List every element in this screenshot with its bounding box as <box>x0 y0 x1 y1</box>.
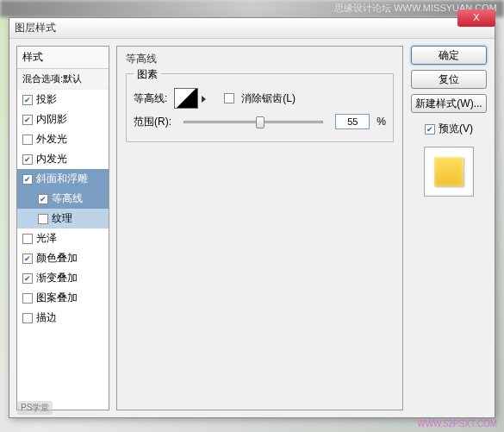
sidebar-item-label: 等高线 <box>52 191 83 206</box>
ok-button[interactable]: 确定 <box>411 46 487 65</box>
dialog-title: 图层样式 <box>15 21 56 35</box>
antialias-label: 消除锯齿(L) <box>241 91 296 106</box>
titlebar[interactable]: 图层样式 X <box>9 18 495 39</box>
group-title: 图素 <box>134 67 161 82</box>
styles-sidebar: 样式 混合选项:默认 投影内阴影外发光内发光斜面和浮雕等高线纹理光泽颜色叠加渐变… <box>16 46 109 410</box>
sidebar-item-label: 斜面和浮雕 <box>36 172 88 186</box>
sidebar-item-1[interactable]: 内阴影 <box>17 110 109 129</box>
sidebar-checkbox-3[interactable] <box>22 154 33 165</box>
sidebar-checkbox-8[interactable] <box>22 254 33 264</box>
range-input[interactable] <box>335 114 370 129</box>
watermark-br: WWW.52PSXT.COM <box>417 419 497 429</box>
sidebar-item-label: 光泽 <box>36 231 57 246</box>
sidebar-checkbox-6[interactable] <box>38 214 48 224</box>
sidebar-checkbox-9[interactable] <box>22 273 33 284</box>
watermark-bl: PS学堂 <box>17 401 53 415</box>
sidebar-checkbox-2[interactable] <box>22 135 33 145</box>
sidebar-item-label: 投影 <box>36 92 57 107</box>
right-column: 确定 复位 新建样式(W)... 预览(V) <box>410 46 488 410</box>
close-button[interactable]: X <box>457 9 495 27</box>
sidebar-checkbox-10[interactable] <box>22 293 33 304</box>
sidebar-checkbox-5[interactable] <box>38 194 48 204</box>
sidebar-item-4[interactable]: 斜面和浮雕 <box>17 169 109 189</box>
sidebar-item-label: 外发光 <box>36 132 67 147</box>
contour-label: 等高线: <box>134 91 167 106</box>
sidebar-item-3[interactable]: 内发光 <box>17 149 109 169</box>
sidebar-item-label: 纹理 <box>52 211 72 226</box>
sidebar-subheader[interactable]: 混合选项:默认 <box>17 69 109 90</box>
sidebar-item-label: 颜色叠加 <box>36 251 78 266</box>
preview-box <box>424 147 474 197</box>
sidebar-item-2[interactable]: 外发光 <box>17 129 109 149</box>
sidebar-checkbox-4[interactable] <box>22 174 33 185</box>
sidebar-checkbox-7[interactable] <box>22 234 33 244</box>
sidebar-item-6[interactable]: 纹理 <box>17 209 109 229</box>
range-unit: % <box>376 116 386 128</box>
sidebar-item-label: 渐变叠加 <box>36 271 78 285</box>
section-title: 等高线 <box>126 52 394 66</box>
sidebar-checkbox-1[interactable] <box>22 115 33 125</box>
preview-checkbox[interactable] <box>425 124 435 135</box>
elements-group: 图素 等高线: 消除锯齿(L) 范围(R): % <box>126 73 394 142</box>
sidebar-item-8[interactable]: 颜色叠加 <box>17 248 109 268</box>
sidebar-item-11[interactable]: 描边 <box>17 308 109 328</box>
sidebar-header[interactable]: 样式 <box>17 47 109 69</box>
sidebar-checkbox-0[interactable] <box>22 95 33 105</box>
sidebar-item-9[interactable]: 渐变叠加 <box>17 268 109 288</box>
range-label: 范围(R): <box>134 115 171 129</box>
preview-swatch <box>434 157 464 186</box>
sidebar-item-label: 内发光 <box>36 152 67 166</box>
sidebar-item-0[interactable]: 投影 <box>17 90 109 110</box>
contour-picker[interactable] <box>174 88 198 109</box>
sidebar-item-10[interactable]: 图案叠加 <box>17 288 109 308</box>
new-style-button[interactable]: 新建样式(W)... <box>411 94 487 113</box>
preview-label: 预览(V) <box>439 122 473 136</box>
sidebar-item-label: 图案叠加 <box>36 291 78 305</box>
sidebar-item-label: 描边 <box>36 310 57 325</box>
reset-button[interactable]: 复位 <box>411 70 487 89</box>
sidebar-item-label: 内阴影 <box>36 112 67 127</box>
sidebar-item-5[interactable]: 等高线 <box>17 189 109 209</box>
range-slider[interactable] <box>184 121 323 123</box>
slider-thumb[interactable] <box>256 116 264 128</box>
sidebar-item-7[interactable]: 光泽 <box>17 229 109 248</box>
main-panel: 等高线 图素 等高线: 消除锯齿(L) 范围(R): % <box>116 46 403 410</box>
antialias-checkbox[interactable] <box>224 93 234 103</box>
layer-style-dialog: 图层样式 X 样式 混合选项:默认 投影内阴影外发光内发光斜面和浮雕等高线纹理光… <box>9 17 495 418</box>
sidebar-checkbox-11[interactable] <box>22 313 33 323</box>
